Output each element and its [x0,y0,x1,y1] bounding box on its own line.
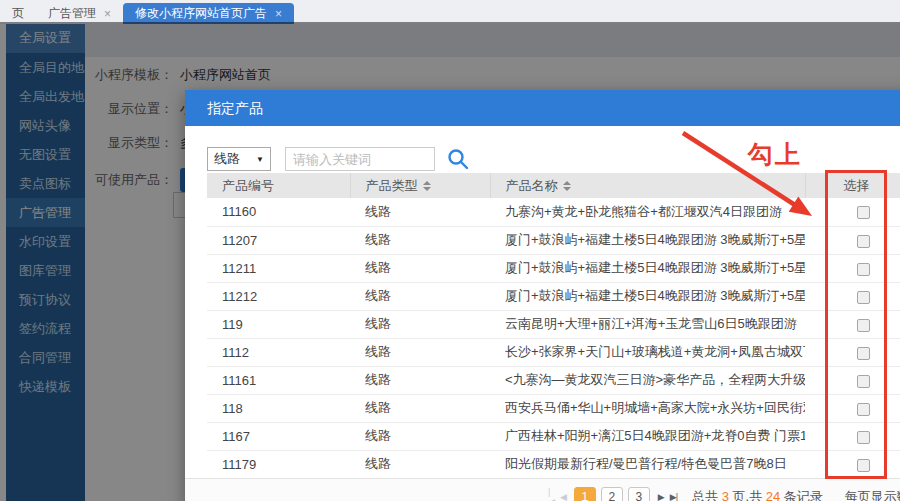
nav-tab[interactable]: 修改小程序网站首页广告 × [123,3,294,24]
page-number-button[interactable]: 1 [574,487,596,501]
product-type-select[interactable]: 线路 ▼ [207,147,271,171]
row-select-checkbox[interactable] [857,431,870,444]
column-header[interactable]: 产品类型 [350,173,490,198]
row-select-checkbox[interactable] [857,291,870,304]
summary-segment: 条记录 [784,489,823,501]
pagination-bar: |◀ ◀ 1 2 3 ▶ ▶| 总共 3 页,共 [185,478,900,501]
product-type: 线路 [350,422,490,450]
select-value: 线路 [214,150,240,168]
page-number-button[interactable]: 3 [628,487,650,501]
last-page-icon[interactable]: ▶| [670,492,677,501]
app-window: 页 × 广告管理 × 修改小程序网站首页广告 × 全局设置 全局目的地 [0,0,900,501]
product-row: 11212 线路 厦门+鼓浪屿+福建土楼5日4晚跟团游 3晚威斯汀+5星下午茶 … [207,282,900,310]
product-id: 11179 [207,450,350,478]
product-name: 厦门+鼓浪屿+福建土楼5日4晚跟团游 3晚威斯汀+5星下午茶 1... [490,282,805,310]
sort-icon[interactable] [563,181,571,191]
summary-segment: 24 [766,489,780,501]
product-type: 线路 [350,338,490,366]
product-type: 线路 [350,394,490,422]
tab-bar: 页 × 广告管理 × 修改小程序网站首页广告 × [0,0,900,24]
product-name: 西安兵马俑+华山+明城墙+高家大院+永兴坊+回民街双飞4日... [490,394,805,422]
row-select-checkbox[interactable] [857,459,870,472]
product-id: 119 [207,310,350,338]
row-select-checkbox[interactable] [857,235,870,248]
product-name: 长沙+张家界+天门山+玻璃栈道+黄龙洞+凤凰古城双飞6日跟... [490,338,805,366]
summary-segment: 总共 [692,489,718,501]
product-id: 11161 [207,366,350,394]
product-id: 118 [207,394,350,422]
modal-title: 指定产品 [185,90,900,126]
product-id: 1112 [207,338,350,366]
nav-tab[interactable]: 页 × [0,3,36,24]
prev-page-icon[interactable]: ◀ [560,492,566,501]
filter-row: 线路 ▼ [207,146,471,172]
product-row: 1112 线路 长沙+张家界+天门山+玻璃栈道+黄龙洞+凤凰古城双飞6日跟... [207,338,900,366]
row-select-checkbox[interactable] [857,206,870,219]
product-type: 线路 [350,282,490,310]
product-row: 11160 线路 九寨沟+黄龙+卧龙熊猫谷+都江堰双汽4日跟团游 [207,198,900,226]
tab-close-icon[interactable]: × [104,7,111,21]
row-select-checkbox[interactable] [857,375,870,388]
column-header-label: 产品编号 [222,177,274,195]
product-name: <九寨沟—黄龙双汽三日游>豪华产品，全程两大升级，八大赠送 [490,366,805,394]
product-name: 九寨沟+黄龙+卧龙熊猫谷+都江堰双汽4日跟团游 [490,198,805,226]
product-id: 11211 [207,254,350,282]
record-summary: 总共 3 页,共 24 条记录 [692,488,823,501]
nav-tab[interactable]: 广告管理 × [36,3,123,24]
column-header-label: 产品类型 [366,177,418,195]
product-id: 11160 [207,198,350,226]
page-buttons: 1 2 3 [574,487,650,501]
product-name: 厦门+鼓浪屿+福建土楼5日4晚跟团游 3晚威斯汀+5星下午茶 1... [490,226,805,254]
row-select-checkbox[interactable] [857,403,870,416]
product-row: 11161 线路 <九寨沟—黄龙双汽三日游>豪华产品，全程两大升级，八大赠送 [207,366,900,394]
column-header-label: 选择 [843,177,869,195]
column-header[interactable]: 产品名称 [490,173,805,198]
product-row: 11207 线路 厦门+鼓浪屿+福建土楼5日4晚跟团游 3晚威斯汀+5星下午茶 … [207,226,900,254]
product-type: 线路 [350,226,490,254]
assign-product-modal: 指定产品 线路 ▼ [185,90,900,501]
column-header-label: 产品名称 [506,177,558,195]
keyword-search-input[interactable] [285,147,435,171]
row-select-checkbox[interactable] [857,319,870,332]
row-select-checkbox[interactable] [857,263,870,276]
search-button[interactable] [445,146,471,172]
product-type: 线路 [350,366,490,394]
product-row: 1167 线路 广西桂林+阳朔+漓江5日4晚跟团游+龙脊0自费 门票1100元 … [207,422,900,450]
table-header-row: 产品编号 产品类型 [207,173,900,198]
product-row: 11211 线路 厦门+鼓浪屿+福建土楼5日4晚跟团游 3晚威斯汀+5星下午茶 … [207,254,900,282]
tab-close-icon[interactable]: × [275,7,282,21]
first-page-icon[interactable]: |◀ [548,487,554,501]
tab-label: 修改小程序网站首页广告 [135,5,267,22]
summary-segment: 页,共 [733,489,763,501]
product-row: 119 线路 云南昆明+大理+丽江+洱海+玉龙雪山6日5晚跟团游 [207,310,900,338]
product-row: 118 线路 西安兵马俑+华山+明城墙+高家大院+永兴坊+回民街双飞4日... [207,394,900,422]
dropdown-caret-icon: ▼ [256,155,264,164]
product-name: 广西桂林+阳朔+漓江5日4晚跟团游+龙脊0自费 门票1100元 吊... [490,422,805,450]
product-type: 线路 [350,310,490,338]
tab-label: 页 [12,5,24,22]
summary-segment: 3 [722,489,729,501]
page-size-label: 每页显示数量: [845,488,900,501]
product-id: 11207 [207,226,350,254]
row-select-checkbox[interactable] [857,347,870,360]
column-header[interactable]: 选择 [805,173,900,198]
product-name: 云南昆明+大理+丽江+洱海+玉龙雪山6日5晚跟团游 [490,310,805,338]
product-type: 线路 [350,450,490,478]
product-id: 1167 [207,422,350,450]
product-type: 线路 [350,254,490,282]
column-header[interactable]: 产品编号 [207,173,350,198]
product-row: 11179 线路 阳光假期最新行程/曼巴普行程/特色曼巴普7晚8日 [207,450,900,478]
product-id: 11212 [207,282,350,310]
sort-icon[interactable] [423,181,431,191]
product-type: 线路 [350,198,490,226]
product-name: 厦门+鼓浪屿+福建土楼5日4晚跟团游 3晚威斯汀+5星下午茶 1... [490,254,805,282]
page-number-button[interactable]: 2 [601,487,623,501]
search-icon [446,147,470,171]
product-name: 阳光假期最新行程/曼巴普行程/特色曼巴普7晚8日 [490,450,805,478]
tab-label: 广告管理 [48,5,96,22]
product-table-body: 11160 线路 九寨沟+黄龙+卧龙熊猫谷+都江堰双汽4日跟团游 11207 线… [207,198,900,478]
product-table: 产品编号 产品类型 [207,173,900,479]
next-page-icon[interactable]: ▶ [658,492,664,501]
